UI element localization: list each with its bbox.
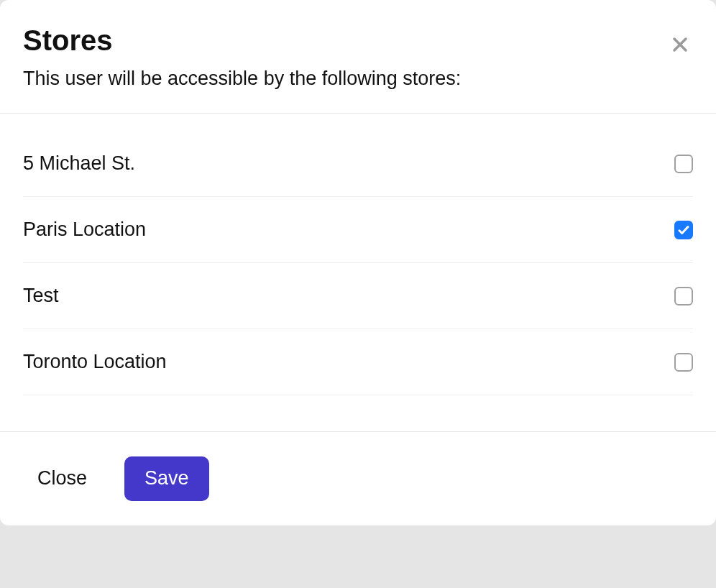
close-icon[interactable] [667, 32, 693, 58]
modal-footer: Close Save [0, 431, 716, 525]
store-checkbox[interactable] [674, 287, 693, 306]
stores-modal: Stores This user will be accessible by t… [0, 0, 716, 525]
save-button[interactable]: Save [124, 456, 209, 501]
store-row: Paris Location [23, 197, 693, 263]
store-row: 5 Michael St. [23, 131, 693, 197]
store-checkbox[interactable] [674, 353, 693, 372]
store-label: Test [23, 285, 59, 307]
modal-subtitle: This user will be accessible by the foll… [23, 66, 693, 91]
modal-header: Stores This user will be accessible by t… [0, 0, 716, 114]
store-checkbox[interactable] [674, 221, 693, 239]
modal-title: Stores [23, 24, 693, 56]
store-label: Toronto Location [23, 351, 167, 373]
store-row: Test [23, 263, 693, 329]
store-label: 5 Michael St. [23, 152, 135, 175]
close-button[interactable]: Close [23, 456, 101, 501]
modal-body: 5 Michael St. Paris Location Test Toront… [0, 114, 716, 431]
store-label: Paris Location [23, 219, 146, 241]
store-checkbox[interactable] [674, 155, 693, 173]
store-row: Toronto Location [23, 329, 693, 395]
